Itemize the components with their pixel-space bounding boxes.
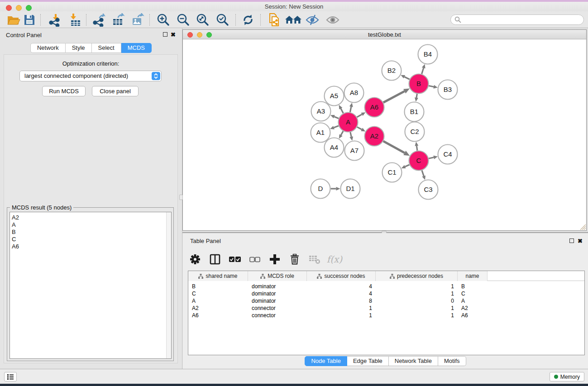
edge-C-C4[interactable]: [429, 157, 434, 158]
zoom-fit-button[interactable]: [195, 13, 210, 27]
tab-network-table[interactable]: Network Table: [389, 356, 438, 366]
column-header-mcds-role[interactable]: MCDS role: [248, 271, 307, 281]
column-header-predecessor-nodes[interactable]: predecessor nodes: [376, 271, 458, 281]
network-canvas[interactable]: B4B2BB3A8A5A6A3B1AA1C2A2A4A7C4CC1C3DD1: [183, 40, 586, 230]
mcds-result-item[interactable]: A6: [12, 243, 171, 250]
edge-C-C1[interactable]: [405, 165, 410, 167]
edge-A-A3[interactable]: [334, 117, 339, 119]
tree-icon: [260, 274, 265, 279]
edge-B-B1[interactable]: [416, 94, 417, 98]
tab-style[interactable]: Style: [66, 43, 92, 53]
delete-column-button[interactable]: [287, 252, 302, 267]
edge-B-B3[interactable]: [429, 86, 434, 86]
app-titlebar: Session: New Session: [0, 2, 588, 11]
minimize-window-button[interactable]: [16, 5, 22, 11]
export-image-button[interactable]: [130, 13, 145, 27]
edge-A-A6[interactable]: [357, 114, 362, 117]
zoom-out-button[interactable]: [176, 13, 191, 27]
edge-B-B2[interactable]: [404, 77, 409, 80]
add-column-button[interactable]: [267, 252, 282, 267]
close-panel-button[interactable]: Close panel: [92, 86, 139, 96]
tab-mcds[interactable]: MCDS: [121, 43, 152, 53]
edge-A6-B[interactable]: [383, 91, 405, 103]
close-panel-icon[interactable]: ✖: [578, 239, 583, 243]
column-label: shared name: [206, 273, 237, 279]
tab-node-table[interactable]: Node Table: [305, 356, 347, 366]
export-network-button[interactable]: [91, 13, 106, 27]
mcds-result-item[interactable]: A: [12, 221, 171, 229]
table-row[interactable]: C dominator 4 1 C: [188, 290, 584, 297]
edge-C-C3[interactable]: [422, 170, 424, 176]
manage-columns-button[interactable]: [207, 252, 223, 267]
zoom-selected-button[interactable]: [215, 13, 230, 27]
table-row[interactable]: B dominator 4 1 B: [188, 283, 584, 290]
search-input[interactable]: [450, 14, 584, 25]
minimize-window-button[interactable]: [197, 32, 202, 38]
select-all-button[interactable]: [227, 252, 243, 267]
node-label-B1: B1: [410, 108, 418, 115]
export-table-button[interactable]: [110, 13, 126, 27]
tree-icon: [390, 274, 395, 279]
hide-graphics-button[interactable]: [305, 13, 320, 27]
vertical-splitter-handle[interactable]: [179, 195, 183, 200]
refresh-layout-button[interactable]: [240, 13, 256, 27]
tab-edge-table[interactable]: Edge Table: [347, 356, 389, 366]
edge-B-B4[interactable]: [422, 68, 424, 74]
function-builder-button[interactable]: f(x): [327, 252, 342, 267]
maximize-window-button[interactable]: [206, 32, 212, 38]
table-row[interactable]: A2 connector 1 1 A2: [188, 305, 584, 312]
tab-motifs[interactable]: Motifs: [438, 356, 466, 366]
close-window-button[interactable]: [187, 32, 193, 38]
node-label-C4: C4: [443, 150, 452, 158]
edge-A-A2[interactable]: [357, 127, 362, 130]
close-panel-icon[interactable]: ✖: [171, 33, 176, 37]
column-header-shared-name[interactable]: shared name: [188, 271, 248, 281]
deselect-all-button[interactable]: [247, 252, 263, 267]
tab-select[interactable]: Select: [92, 43, 121, 53]
float-panel-icon[interactable]: [569, 238, 574, 243]
overview-button[interactable]: [284, 13, 302, 27]
edge-A-A7[interactable]: [350, 132, 351, 137]
mcds-result-item[interactable]: B: [12, 229, 171, 236]
edge-C-C2[interactable]: [416, 146, 417, 151]
tab-network[interactable]: Network: [30, 43, 66, 53]
column-header-name[interactable]: name: [458, 271, 488, 281]
table-row[interactable]: A6 connector 1 1 A6: [188, 312, 584, 319]
float-panel-icon[interactable]: [163, 32, 167, 37]
table-settings-button[interactable]: [187, 252, 203, 267]
zoom-out-icon: [176, 13, 191, 27]
node-label-B: B: [416, 80, 421, 87]
import-table-button[interactable]: [67, 13, 83, 27]
task-history-button[interactable]: [4, 372, 17, 381]
edge-A-A8[interactable]: [350, 107, 351, 112]
mcds-result-list[interactable]: A2 A B C A6: [10, 212, 172, 359]
table-row[interactable]: A dominator 8 0 A: [188, 297, 584, 305]
result-scrollbar[interactable]: [166, 212, 171, 358]
edge-arrowhead: [330, 126, 335, 129]
zoom-in-button[interactable]: [156, 13, 171, 27]
column-header-successor-nodes[interactable]: successor nodes: [307, 271, 376, 281]
network-graph[interactable]: B4B2BB3A8A5A6A3B1AA1C2A2A4A7C4CC1C3DD1: [183, 40, 586, 230]
maximize-window-button[interactable]: [26, 5, 32, 11]
delete-table-button[interactable]: [307, 252, 322, 267]
criterion-select[interactable]: largest connected component (directed): [19, 71, 162, 81]
close-window-button[interactable]: [6, 5, 12, 11]
edge-A-A5[interactable]: [341, 109, 344, 113]
memory-button[interactable]: Memory: [550, 372, 584, 381]
import-network-button[interactable]: [47, 13, 62, 27]
copy-style-button[interactable]: [266, 13, 282, 27]
mcds-result-item[interactable]: C: [12, 236, 171, 243]
cell-successor-nodes: 1: [307, 312, 376, 319]
open-file-button[interactable]: [6, 13, 21, 27]
mcds-result-item[interactable]: A2: [12, 214, 171, 221]
edge-arrowhead: [433, 156, 438, 159]
node-label-C1: C1: [387, 168, 396, 176]
toolbar-separator: [260, 14, 261, 26]
edge-A-A1[interactable]: [334, 126, 338, 128]
edge-A-A4[interactable]: [341, 131, 343, 135]
save-session-button[interactable]: [22, 13, 37, 27]
show-graphics-button[interactable]: [325, 13, 340, 27]
window-resize-grip[interactable]: [578, 223, 586, 230]
run-mcds-button[interactable]: Run MCDS: [42, 86, 86, 96]
edge-A2-C[interactable]: [383, 141, 405, 153]
